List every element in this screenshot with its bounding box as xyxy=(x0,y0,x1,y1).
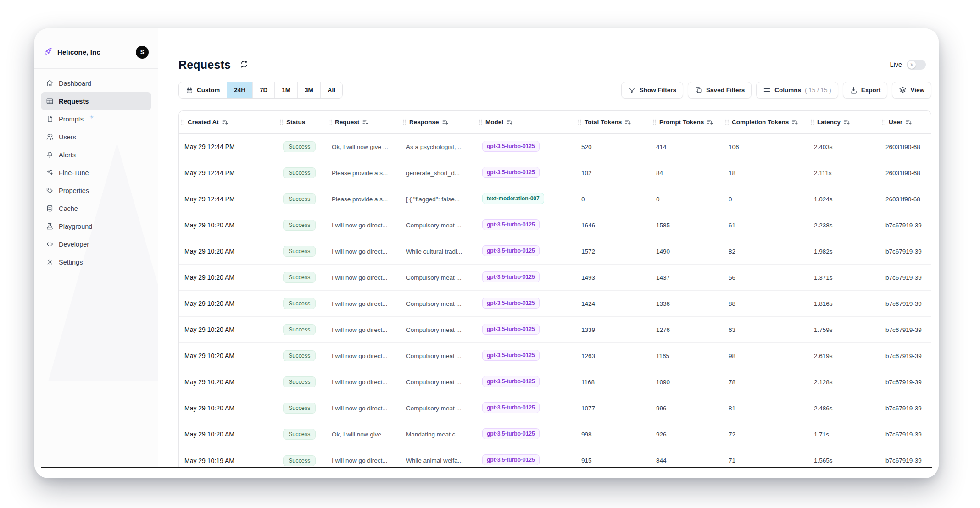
column-header-model[interactable]: Model xyxy=(477,119,576,126)
time-range-option-1m[interactable]: 1M xyxy=(275,82,298,98)
cell-response: generate_short_d... xyxy=(401,170,477,177)
model-badge: gpt-3.5-turbo-0125 xyxy=(482,376,540,387)
table-row[interactable]: May 29 12:44 PMSuccessPlease provide a s… xyxy=(179,186,931,212)
sidebar-item-settings[interactable]: Settings xyxy=(41,253,151,271)
sidebar-item-properties[interactable]: Properties xyxy=(41,182,151,199)
time-range-option-all[interactable]: All xyxy=(321,82,342,98)
sort-icon[interactable] xyxy=(362,119,369,126)
column-header-latency[interactable]: Latency xyxy=(808,119,880,126)
export-button[interactable]: Export xyxy=(843,82,888,99)
cell-response: Compulsory meat ... xyxy=(401,274,477,281)
table-row[interactable]: May 29 12:44 PMSuccessPlease provide a s… xyxy=(179,160,931,186)
table-row[interactable]: May 29 10:20 AMSuccessI will now go dire… xyxy=(179,265,931,291)
sidebar-item-playground[interactable]: Playground xyxy=(41,217,151,235)
sort-icon[interactable] xyxy=(506,119,513,126)
columns-button[interactable]: Columns( 15 / 15 ) xyxy=(756,82,838,99)
table-row[interactable]: May 29 10:20 AMSuccessI will now go dire… xyxy=(179,291,931,317)
column-header-completion-tokens[interactable]: Completion Tokens xyxy=(723,119,808,126)
drag-handle-icon[interactable] xyxy=(882,119,886,125)
drag-handle-icon[interactable] xyxy=(181,119,185,125)
cell-model: gpt-3.5-turbo-0125 xyxy=(477,271,576,284)
drag-handle-icon[interactable] xyxy=(402,119,406,125)
column-header-label: Completion Tokens xyxy=(732,119,789,126)
live-toggle[interactable]: ✳ xyxy=(907,60,926,70)
column-header-label: Created At xyxy=(188,119,219,126)
sort-icon[interactable] xyxy=(791,119,798,126)
live-label: Live xyxy=(890,61,902,68)
cell-prompt-tokens: 1276 xyxy=(651,326,723,333)
cell-latency: 2.619s xyxy=(808,353,880,359)
table-row[interactable]: May 29 12:44 PMSuccessOk, I will now giv… xyxy=(179,134,931,160)
table-row[interactable]: May 29 10:20 AMSuccessI will now go dire… xyxy=(179,317,931,343)
sort-icon[interactable] xyxy=(222,119,228,126)
cell-status: Success xyxy=(278,376,326,387)
cell-completion-tokens: 72 xyxy=(723,431,808,438)
cell-user: b7c67919-39 xyxy=(880,222,931,229)
cell-completion-tokens: 71 xyxy=(723,457,808,464)
column-header-created-at[interactable]: Created At xyxy=(179,119,278,126)
table-row[interactable]: May 29 10:20 AMSuccessI will now go dire… xyxy=(179,395,931,421)
sidebar-item-fine-tune[interactable]: Fine-Tune xyxy=(41,164,151,182)
table-row[interactable]: May 29 10:20 AMSuccessI will now go dire… xyxy=(179,238,931,265)
column-header-total-tokens[interactable]: Total Tokens xyxy=(576,119,651,126)
column-header-label: User xyxy=(889,119,902,126)
sidebar-item-label: Fine-Tune xyxy=(59,169,89,177)
column-header-prompt-tokens[interactable]: Prompt Tokens xyxy=(651,119,723,126)
drag-handle-icon[interactable] xyxy=(725,119,729,125)
cell-latency: 2.128s xyxy=(808,379,880,386)
drag-handle-icon[interactable] xyxy=(810,119,814,125)
cell-total-tokens: 1077 xyxy=(576,405,651,412)
cell-created-at: May 29 10:19 AM xyxy=(179,457,278,464)
refresh-button[interactable] xyxy=(237,58,251,72)
cell-user: b7c67919-39 xyxy=(880,326,931,333)
drag-handle-icon[interactable] xyxy=(328,119,332,125)
show-filters-button[interactable]: Show Filters xyxy=(621,82,683,99)
time-range-option-3m[interactable]: 3M xyxy=(298,82,321,98)
table-row[interactable]: May 29 10:20 AMSuccessI will now go dire… xyxy=(179,212,931,238)
column-header-request[interactable]: Request xyxy=(326,119,401,126)
sidebar-item-alerts[interactable]: Alerts xyxy=(41,146,151,164)
sort-icon[interactable] xyxy=(442,119,449,126)
sort-icon[interactable] xyxy=(707,119,713,126)
time-range-custom[interactable]: Custom xyxy=(179,82,227,98)
cell-status: Success xyxy=(278,350,326,361)
view-button[interactable]: View xyxy=(892,82,931,99)
time-range-option-label: 24H xyxy=(234,87,245,94)
org-switcher[interactable]: Helicone, Inc S xyxy=(34,28,158,69)
cell-completion-tokens: 98 xyxy=(723,353,808,359)
table-row[interactable]: May 29 10:20 AMSuccessI will now go dire… xyxy=(179,343,931,369)
table-row[interactable]: May 29 10:20 AMSuccessI will now go dire… xyxy=(179,369,931,395)
cell-user: b7c67919-39 xyxy=(880,353,931,359)
cell-completion-tokens: 88 xyxy=(723,300,808,307)
cell-prompt-tokens: 926 xyxy=(651,431,723,438)
sidebar-item-users[interactable]: Users xyxy=(41,128,151,146)
sidebar-item-requests[interactable]: Requests xyxy=(41,92,151,110)
sort-icon[interactable] xyxy=(905,119,912,126)
sort-icon[interactable] xyxy=(624,119,631,126)
cell-response: [ { "flagged": false... xyxy=(401,196,477,203)
cell-created-at: May 29 10:20 AM xyxy=(179,404,278,412)
column-header-response[interactable]: Response xyxy=(401,119,477,126)
column-header-user[interactable]: User xyxy=(880,119,931,126)
time-range-option-7d[interactable]: 7D xyxy=(253,82,275,98)
table-row[interactable]: May 29 10:19 AMSuccessI will now go dire… xyxy=(179,447,931,467)
sidebar-item-prompts[interactable]: Prompts✳ xyxy=(41,110,151,128)
sidebar-item-dashboard[interactable]: Dashboard xyxy=(41,74,151,92)
model-badge: gpt-3.5-turbo-0125 xyxy=(482,454,540,465)
saved-filters-button[interactable]: Saved Filters xyxy=(688,82,752,99)
sidebar-item-developer[interactable]: Developer xyxy=(41,235,151,253)
drag-handle-icon[interactable] xyxy=(479,119,483,125)
drag-handle-icon[interactable] xyxy=(578,119,582,125)
sidebar-item-cache[interactable]: Cache xyxy=(41,199,151,217)
table-row[interactable]: May 29 10:20 AMSuccessOk, I will now giv… xyxy=(179,421,931,447)
time-range-option-label: All xyxy=(328,87,335,94)
drag-handle-icon[interactable] xyxy=(279,119,284,125)
column-header-label: Latency xyxy=(817,119,841,126)
avatar[interactable]: S xyxy=(136,46,149,59)
sort-icon[interactable] xyxy=(843,119,850,126)
cell-user: b7c67919-39 xyxy=(880,274,931,281)
cell-request: I will now go direct... xyxy=(326,379,401,386)
drag-handle-icon[interactable] xyxy=(652,119,657,125)
time-range-option-24h[interactable]: 24H xyxy=(227,82,253,98)
column-header-status[interactable]: Status xyxy=(278,119,326,126)
